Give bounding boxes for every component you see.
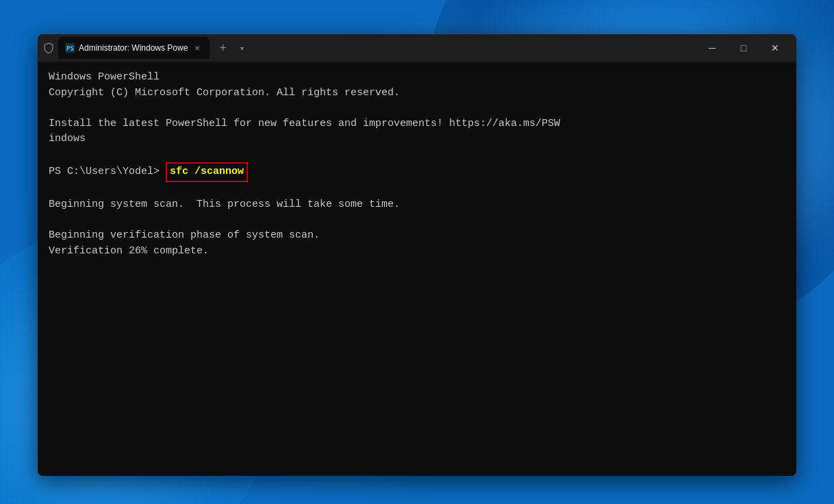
terminal-line-10: Beginning verification phase of system s… <box>49 228 785 244</box>
command-line: PS C:\Users\Yodel> sfc /scannow <box>49 162 785 182</box>
titlebar: PS Administrator: Windows Powe ✕ + ▾ ─ □… <box>38 34 796 62</box>
minimize-button[interactable]: ─ <box>696 37 728 59</box>
highlighted-command: sfc /scannow <box>166 162 248 182</box>
powershell-icon: PS <box>65 43 75 53</box>
titlebar-left: PS Administrator: Windows Powe ✕ + ▾ <box>43 37 696 59</box>
terminal-output: Windows PowerShell Copyright (C) Microso… <box>38 62 796 476</box>
terminal-line-5: indows <box>49 131 785 147</box>
tab-dropdown-button[interactable]: ▾ <box>236 45 248 52</box>
svg-text:PS: PS <box>66 45 74 52</box>
new-tab-button[interactable]: + <box>214 42 232 54</box>
terminal-line-1: Windows PowerShell <box>49 70 785 86</box>
powershell-window: PS Administrator: Windows Powe ✕ + ▾ ─ □… <box>38 34 796 476</box>
terminal-line-empty-3 <box>49 182 785 198</box>
terminal-line-11: Verification 26% complete. <box>49 244 785 260</box>
terminal-line-4: Install the latest PowerShell for new fe… <box>49 116 785 132</box>
prompt-text: PS C:\Users\Yodel> <box>49 164 166 180</box>
terminal-line-2: Copyright (C) Microsoft Corporation. All… <box>49 86 785 101</box>
tab-title: Administrator: Windows Powe <box>79 43 188 53</box>
maximize-button[interactable]: □ <box>728 37 759 59</box>
window-controls: ─ □ ✕ <box>696 37 791 59</box>
active-tab[interactable]: PS Administrator: Windows Powe ✕ <box>58 37 210 59</box>
terminal-line-empty-2 <box>49 147 785 163</box>
terminal-line-empty-4 <box>49 213 785 229</box>
terminal-line-empty-1 <box>49 101 785 116</box>
close-button[interactable]: ✕ <box>759 37 791 59</box>
shield-icon <box>43 42 54 53</box>
terminal-line-8: Beginning system scan. This process will… <box>49 197 785 213</box>
tab-close-button[interactable]: ✕ <box>192 43 203 53</box>
